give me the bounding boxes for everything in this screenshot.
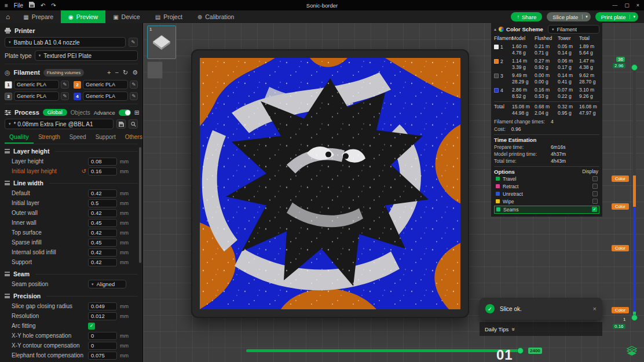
- edit-printer-button[interactable]: ✎: [129, 38, 138, 47]
- tab-preview[interactable]: ◉ Preview: [61, 10, 105, 23]
- filament-select[interactable]: Generic PLA: [14, 80, 59, 89]
- filament-swatch[interactable]: 1: [5, 81, 12, 89]
- print-dropdown-icon[interactable]: ▾: [630, 14, 638, 19]
- daily-tips[interactable]: Daily Tips »: [480, 322, 602, 336]
- wipe-display-checkbox[interactable]: [592, 199, 598, 204]
- search-icon[interactable]: [129, 119, 138, 129]
- objects-toggle[interactable]: Objects: [71, 109, 90, 116]
- group-precision[interactable]: Precision: [5, 291, 138, 301]
- color-scheme-select[interactable]: ▾ Filament: [548, 25, 599, 34]
- global-toggle[interactable]: Global: [43, 109, 67, 116]
- usage-cell: 9.49 m28.29 g: [512, 72, 535, 85]
- setting-input[interactable]: 0.42: [88, 258, 117, 266]
- unretract-display-checkbox[interactable]: [592, 191, 598, 196]
- setting-input[interactable]: 0.42: [88, 209, 117, 217]
- file-menu[interactable]: File: [14, 2, 23, 9]
- setting-unit: mm: [120, 220, 129, 226]
- arc-fitting-checkbox[interactable]: ✓: [88, 323, 95, 330]
- filament-select[interactable]: Generic PLA: [14, 92, 59, 101]
- remove-filament-button[interactable]: −: [115, 69, 118, 76]
- option-seams[interactable]: Seams ✓: [494, 206, 599, 214]
- group-line-width[interactable]: Line width: [5, 178, 138, 188]
- seams-display-checkbox[interactable]: ✓: [592, 207, 597, 212]
- retract-display-checkbox[interactable]: [592, 184, 598, 189]
- add-filament-button[interactable]: +: [107, 69, 111, 76]
- filament-select[interactable]: Generic PLA: [83, 80, 128, 89]
- layer-slider-top-handle[interactable]: [631, 64, 638, 71]
- filament-swatch[interactable]: 4: [74, 93, 81, 100]
- slice-plate-button[interactable]: Slice plate ▾: [547, 12, 590, 21]
- filament-swatch[interactable]: 2: [74, 81, 81, 89]
- layer-slider-track[interactable]: [633, 68, 636, 318]
- process-preset-select[interactable]: ▾ * 0.08mm Extra Fine @BBL A1: [5, 119, 114, 129]
- tab-support[interactable]: Support: [91, 132, 120, 144]
- group-seam[interactable]: Seam: [5, 269, 138, 279]
- sync-filament-icon[interactable]: ↻: [123, 69, 128, 76]
- home-icon[interactable]: ⌂: [0, 13, 16, 21]
- layer-slider-bottom-handle[interactable]: [631, 315, 638, 321]
- minimize-button[interactable]: —: [612, 2, 617, 8]
- setting-input[interactable]: 0.08: [88, 158, 117, 166]
- setting-row: Sparse infill0.45mm: [5, 237, 138, 247]
- print-plate-button[interactable]: Print plate ▾: [595, 12, 638, 21]
- layer-range-slider[interactable]: 36 2.96 Color Color Color Color 1 0.16: [608, 55, 644, 336]
- tab-speed[interactable]: Speed: [65, 132, 91, 144]
- tab-others[interactable]: Others: [120, 132, 143, 144]
- plate-thumbnail[interactable]: 1: [147, 25, 176, 59]
- edit-filament-button[interactable]: ✎: [130, 92, 138, 100]
- plate-type-select[interactable]: ▾ Textured PEI Plate: [35, 50, 138, 61]
- setting-input[interactable]: 0.42: [88, 189, 117, 198]
- filament-swatch[interactable]: 3: [5, 93, 12, 100]
- tab-prepare[interactable]: ▦ Prepare: [16, 10, 61, 23]
- maximize-button[interactable]: ▢: [624, 2, 630, 8]
- seam-position-select[interactable]: ▾ Aligned: [88, 280, 126, 288]
- travel-display-checkbox[interactable]: [592, 176, 598, 181]
- setting-input[interactable]: 0.45: [88, 239, 117, 247]
- filament-settings-icon[interactable]: ⚙: [132, 69, 138, 76]
- setting-input[interactable]: 0: [88, 342, 117, 350]
- toast-close-icon[interactable]: ×: [593, 305, 597, 312]
- slider-track[interactable]: [246, 349, 523, 352]
- setting-input[interactable]: 0.45: [88, 219, 117, 227]
- setting-input[interactable]: 0: [88, 332, 117, 340]
- setting-input[interactable]: 0.012: [88, 312, 117, 320]
- slice-dropdown-icon[interactable]: ▾: [582, 14, 591, 19]
- printer-preset-select[interactable]: ▾ Bambu Lab A1 0.4 nozzle: [5, 37, 126, 47]
- params-icon[interactable]: ⊞: [134, 109, 140, 116]
- share-arrow-icon: ↑: [517, 14, 519, 20]
- revert-icon[interactable]: ↺: [82, 168, 86, 174]
- save-icon[interactable]: [29, 2, 35, 9]
- edit-filament-button[interactable]: ✎: [130, 81, 138, 89]
- edit-filament-button[interactable]: ✎: [61, 92, 69, 100]
- edit-filament-button[interactable]: ✎: [61, 81, 69, 89]
- undo-icon[interactable]: ↶: [41, 2, 45, 9]
- setting-input[interactable]: 0.16: [88, 167, 117, 175]
- left-panel-scrollbar[interactable]: [139, 147, 141, 263]
- group-title: Layer height: [13, 148, 49, 155]
- save-preset-button[interactable]: [116, 119, 126, 129]
- setting-input[interactable]: 0.42: [88, 229, 117, 237]
- advance-toggle[interactable]: [119, 109, 131, 116]
- close-button[interactable]: ×: [636, 2, 639, 8]
- collapse-icon[interactable]: ▴: [494, 27, 496, 32]
- tab-device[interactable]: ▣ Device: [105, 10, 148, 23]
- sliced-model-plate[interactable]: [191, 49, 469, 318]
- slider-handle[interactable]: [517, 348, 524, 354]
- plate-thumbnail-secondary[interactable]: [147, 61, 163, 79]
- menu-icon[interactable]: ≡: [5, 2, 8, 9]
- group-layer-height[interactable]: Layer height: [5, 146, 138, 156]
- tab-project[interactable]: ▤ Project: [148, 10, 190, 23]
- flushing-volumes-button[interactable]: Flushing volumes: [43, 69, 84, 76]
- setting-row: Layer height 0.08mm: [5, 156, 138, 166]
- setting-input[interactable]: 0.075: [88, 352, 117, 360]
- filament-select[interactable]: Generic PLA: [83, 92, 128, 101]
- tab-strength[interactable]: Strength: [34, 132, 65, 144]
- setting-input[interactable]: 0.42: [88, 248, 117, 257]
- redo-icon[interactable]: ↷: [51, 2, 56, 9]
- tab-calibration[interactable]: ⊕ Calibration: [190, 10, 242, 23]
- share-button[interactable]: ↑ Share: [511, 12, 542, 21]
- setting-input[interactable]: 0.049: [88, 302, 117, 310]
- layers-view-icon[interactable]: [627, 346, 637, 357]
- tab-quality[interactable]: Quality: [5, 132, 34, 144]
- setting-input[interactable]: 0.5: [88, 199, 117, 207]
